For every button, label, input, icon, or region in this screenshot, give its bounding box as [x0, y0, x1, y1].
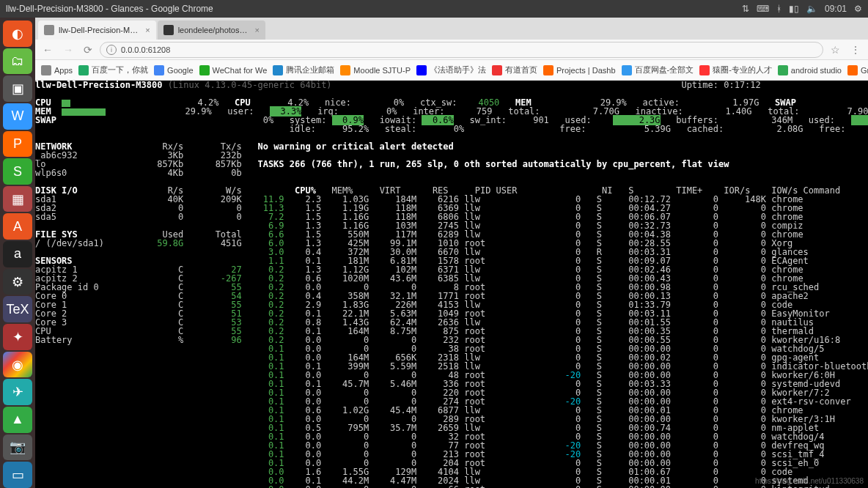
system-tray[interactable]: ⇅ ⌨ ᚼ ▮▯ 🔈 09:01 ⚙: [742, 4, 862, 14]
bookmark-icon: [340, 65, 350, 75]
terminal-icon[interactable]: ▣: [3, 75, 32, 102]
bookmark-icon: [199, 65, 210, 75]
url-input[interactable]: i0.0.0.0:61208: [100, 42, 823, 58]
screenshot-icon[interactable]: 📷: [3, 435, 32, 461]
libreoffice-impress-icon[interactable]: ▦: [3, 186, 32, 212]
wps-spreadsheets-icon[interactable]: S: [3, 158, 32, 185]
sound-icon[interactable]: 🔈: [806, 4, 817, 14]
app-icon[interactable]: ▭: [3, 462, 32, 488]
bookmark[interactable]: 《法语助手》法: [416, 64, 486, 75]
dash-icon[interactable]: ◐: [3, 21, 32, 47]
bookmark-icon: [416, 65, 427, 75]
chrome-icon[interactable]: ◉: [3, 352, 32, 378]
desktop-topbar: llw-Dell-Precision-M3800 - Glances - Goo…: [0, 0, 868, 18]
network-icon[interactable]: ⇅: [742, 4, 749, 14]
bookmark[interactable]: Moodle SJTU-P: [340, 65, 411, 75]
apps-icon: [41, 65, 51, 75]
watermark: https://blog.csdn.net/u011330638: [755, 477, 864, 485]
window-title: llw-Dell-Precision-M3800 - Glances - Goo…: [6, 4, 742, 14]
bookmark[interactable]: Grafana: [847, 65, 868, 75]
glances-content: llw-Dell-Precision-M3800 (Linux 4.13.0-4…: [35, 81, 868, 488]
bookmark[interactable]: WeChat for We: [199, 65, 268, 75]
forward-button[interactable]: →: [60, 44, 76, 56]
bookmark-icon: [154, 65, 164, 75]
close-icon[interactable]: ×: [145, 26, 150, 34]
files-icon[interactable]: 🗂: [3, 48, 32, 75]
bookmark[interactable]: 百度网盘-全部文: [622, 64, 694, 75]
ubuntu-software-icon[interactable]: A: [3, 213, 32, 240]
address-bar: ← → ⟳ i0.0.0.0:61208 ☆ ⋮: [35, 40, 868, 60]
wps-writer-icon[interactable]: W: [3, 103, 32, 130]
favicon: [44, 25, 54, 35]
close-icon[interactable]: ×: [254, 26, 259, 34]
telegram-icon[interactable]: ✈: [3, 379, 32, 405]
unity-launcher[interactable]: ◐ 🗂 ▣ W P S ▦ A a ⚙ TeX ✦ ◉ ✈ ▲ 📷 ▭: [0, 18, 35, 488]
bookmarks-bar[interactable]: Apps 百度一下，你就 Google WeChat for We 腾讯企业邮箱…: [35, 60, 868, 81]
bluetooth-icon[interactable]: ᚼ: [776, 4, 781, 14]
favicon: [163, 25, 174, 35]
bookmark[interactable]: 猿圈-专业的人才: [699, 64, 772, 75]
back-button[interactable]: ←: [40, 44, 56, 56]
bookmark[interactable]: android studio: [778, 65, 842, 75]
reload-button[interactable]: ⟳: [81, 44, 95, 56]
bookmark-icon: [622, 65, 632, 75]
apps-button[interactable]: Apps: [41, 65, 73, 75]
battery-icon[interactable]: ▮▯: [789, 4, 799, 14]
bookmark[interactable]: Google: [154, 65, 193, 75]
glances-output: llw-Dell-Precision-M3800 (Linux 4.13.0-4…: [35, 81, 868, 488]
bookmark-icon: [778, 65, 788, 75]
bookmark[interactable]: 百度一下，你就: [78, 64, 148, 75]
android-studio-icon[interactable]: ▲: [3, 407, 32, 433]
menu-icon[interactable]: ⋮: [847, 44, 864, 56]
keyboard-icon[interactable]: ⌨: [757, 4, 769, 14]
bookmark-icon: [847, 65, 858, 75]
bookmark-icon: [273, 65, 283, 75]
bookmark[interactable]: Projects | Dashb: [543, 65, 616, 75]
tab-github[interactable]: leondelee/photos…×: [158, 21, 265, 40]
amazon-icon[interactable]: a: [3, 241, 32, 267]
tab-glances[interactable]: llw-Dell-Precision-M…×: [38, 21, 156, 40]
info-icon[interactable]: i: [106, 45, 117, 55]
settings-icon[interactable]: ⚙: [3, 269, 32, 295]
bookmark-icon: [492, 65, 502, 75]
octave-icon[interactable]: ✦: [3, 324, 32, 350]
wps-presentation-icon[interactable]: P: [3, 131, 32, 158]
bookmark[interactable]: 腾讯企业邮箱: [273, 64, 334, 75]
tex-icon[interactable]: TeX: [3, 296, 32, 322]
bookmark-icon: [699, 65, 710, 75]
star-icon[interactable]: ☆: [828, 44, 843, 56]
bookmark-icon: [78, 65, 89, 75]
chrome-window: llw-Dell-Precision-M…× leondelee/photos……: [35, 18, 868, 488]
gear-icon[interactable]: ⚙: [854, 4, 862, 14]
tab-bar[interactable]: llw-Dell-Precision-M…× leondelee/photos……: [35, 18, 868, 40]
bookmark-icon: [543, 65, 553, 75]
clock[interactable]: 09:01: [825, 4, 847, 14]
bookmark[interactable]: 有道首页: [492, 64, 537, 75]
